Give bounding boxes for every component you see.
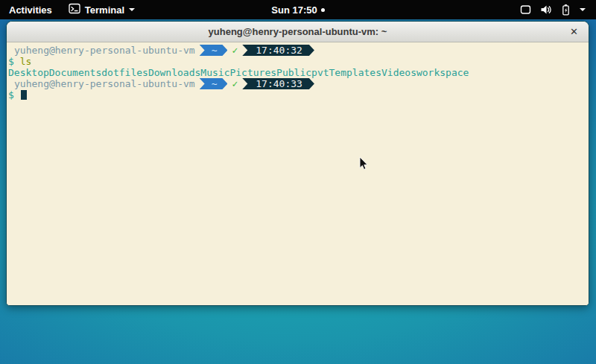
spacer [14, 89, 20, 100]
prompt-cwd-segment: ~ [200, 78, 228, 89]
prompt-symbol: $ [8, 56, 14, 67]
terminal-window: yuheng@henry-personal-ubuntu-vm: ~ ✕ yuh… [6, 21, 589, 306]
prompt-time-segment: 17:40:32 [242, 45, 314, 56]
dir-entry: Templates [329, 67, 381, 78]
activities-label: Activities [9, 4, 52, 16]
dir-entry: Downloads [148, 67, 200, 78]
dir-entry: Desktop [8, 67, 49, 78]
notification-dot-icon [321, 8, 325, 12]
window-titlebar[interactable]: yuheng@henry-personal-ubuntu-vm: ~ ✕ [7, 22, 589, 42]
gnome-top-bar: Activities Terminal Sun 17:50 [0, 0, 596, 19]
clock-label: Sun 17:50 [271, 4, 317, 16]
screen-share-icon [520, 4, 531, 15]
clock-button[interactable]: Sun 17:50 [271, 4, 324, 16]
dir-entry: Music [200, 67, 229, 78]
terminal-app-icon [69, 3, 80, 16]
chevron-down-icon [129, 8, 135, 11]
command-line: $ ls [8, 56, 586, 67]
ls-output-line: Desktop Documents dotfiles Downloads Mus… [8, 67, 586, 78]
prompt-line: yuheng@henry-personal-ubuntu-vm ~ ✓ 17:4… [8, 78, 586, 89]
system-menu-chevron-down-icon [580, 8, 586, 11]
battery-charging-icon [561, 4, 571, 16]
system-status-menu[interactable] [514, 0, 592, 19]
terminal-cursor [21, 90, 27, 100]
dir-entry: dotfiles [101, 67, 148, 78]
prompt-symbol: $ [8, 89, 14, 100]
dir-entry: Videos [381, 67, 416, 78]
app-menu-terminal[interactable]: Terminal [61, 0, 142, 19]
prompt-user-host: yuheng@henry-personal-ubuntu-vm [14, 45, 195, 56]
prompt-line: yuheng@henry-personal-ubuntu-vm ~ ✓ 17:4… [8, 45, 586, 56]
dir-entry: pvt [311, 67, 329, 78]
window-title: yuheng@henry-personal-ubuntu-vm: ~ [209, 26, 387, 37]
input-line: $ [8, 89, 586, 100]
activities-button[interactable]: Activities [0, 0, 61, 19]
close-icon[interactable]: ✕ [568, 22, 580, 42]
prompt-user-host: yuheng@henry-personal-ubuntu-vm [14, 78, 195, 89]
dir-entry: Documents [49, 67, 101, 78]
command-text: ls [20, 56, 32, 67]
spacer [14, 56, 20, 67]
prompt-cwd-segment: ~ [200, 45, 228, 56]
app-menu-label: Terminal [85, 4, 124, 16]
volume-icon [540, 4, 552, 15]
dir-entry: workspace [416, 67, 469, 78]
desktop-background: yuheng@henry-personal-ubuntu-vm: ~ ✕ yuh… [0, 19, 596, 364]
prompt-status-check: ✓ [232, 45, 238, 56]
dir-entry: Public [276, 67, 311, 78]
dir-entry: Pictures [229, 67, 276, 78]
prompt-status-check: ✓ [232, 78, 238, 89]
terminal-content[interactable]: yuheng@henry-personal-ubuntu-vm ~ ✓ 17:4… [7, 42, 589, 305]
prompt-time-segment: 17:40:33 [242, 78, 314, 89]
